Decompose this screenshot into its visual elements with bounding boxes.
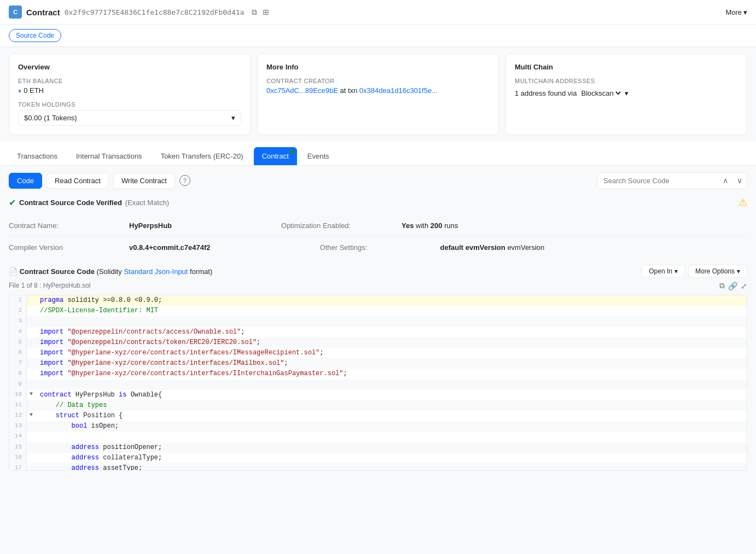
search-next-button[interactable]: ∨	[732, 173, 747, 188]
search-arrows: ∧ ∨	[718, 173, 747, 188]
copy-code-button[interactable]: ⧉	[719, 281, 725, 290]
contract-name-row: Contract Name: HyPerpsHub Optimization E…	[9, 217, 747, 234]
tab-contract[interactable]: Contract	[254, 147, 297, 165]
header-action-icons: ⧉ ⊞	[251, 7, 270, 18]
verified-left: ✔ Contract Source Code Verified (Exact M…	[9, 197, 169, 208]
expand-code-button[interactable]: ⤢	[741, 281, 747, 290]
chevron-down-icon: ▾	[231, 114, 235, 122]
page-title: Contract	[26, 8, 60, 17]
contract-address: 0x2f9c977175E4836C1fe1c88e7c8C2192dFb0d4…	[65, 8, 245, 16]
code-line: 3	[9, 316, 747, 326]
copy-address-button[interactable]: ⧉	[251, 7, 258, 18]
help-icon[interactable]: ?	[179, 175, 190, 186]
code-line: 12 ▼ struct Position {	[9, 411, 747, 421]
contract-name-value: HyPerpsHub	[129, 221, 172, 230]
code-line: 6 import "@hyperlane-xyz/core/contracts/…	[9, 348, 747, 358]
token-holdings-section: TOKEN HOLDINGS $0.00 (1 Tokens) ▾	[18, 101, 241, 126]
eth-balance-label: ETH BALANCE	[18, 78, 241, 84]
verified-check-icon: ✔	[9, 197, 16, 208]
code-line: 14	[9, 431, 747, 442]
chevron-down-icon: ▾	[737, 267, 740, 275]
tab-events[interactable]: Events	[299, 147, 338, 165]
creator-at-text: at txn	[340, 86, 357, 95]
more-button[interactable]: More ▾	[725, 8, 747, 16]
multi-chain-card: Multi Chain MULTICHAIN ADDRESSES 1 addre…	[505, 54, 747, 135]
source-code-header: 📄 Contract Source Code (Solidity Standar…	[9, 265, 747, 278]
link-code-button[interactable]: 🔗	[728, 281, 737, 290]
optimization-label: Optimization Enabled:	[281, 221, 402, 230]
code-line: 16 address collateralType;	[9, 453, 747, 463]
more-info-title: More Info	[266, 63, 490, 71]
compiler-version-row: Compiler Version v0.8.4+commit.c7e474f2 …	[9, 239, 747, 256]
token-holdings-label: TOKEN HOLDINGS	[18, 101, 241, 108]
write-contract-button[interactable]: Write Contract	[113, 173, 175, 189]
source-code-title: 📄 Contract Source Code (Solidity Standar…	[9, 267, 212, 276]
read-contract-button[interactable]: Read Contract	[46, 173, 109, 189]
cards-row: Overview ETH BALANCE ♦ 0 ETH TOKEN HOLDI…	[0, 47, 756, 142]
search-prev-button[interactable]: ∧	[718, 173, 732, 188]
qr-code-button[interactable]: ⊞	[261, 7, 270, 18]
code-line: 11 // Data types	[9, 400, 747, 411]
source-tab-bar: Source Code	[0, 25, 756, 47]
optimization-runs-text: with 200 runs	[416, 221, 458, 230]
tab-transactions[interactable]: Transactions	[9, 147, 66, 165]
file-icon: 📄	[9, 267, 18, 276]
search-source-code-input[interactable]	[598, 173, 718, 188]
contract-name-label: Contract Name:	[9, 221, 129, 230]
overview-card: Overview ETH BALANCE ♦ 0 ETH TOKEN HOLDI…	[9, 54, 251, 135]
overview-title: Overview	[18, 63, 241, 71]
creator-address-link[interactable]: 0xc75AdC...89Ece9bE	[266, 86, 338, 95]
blockscan-row: 1 address found via Blockscan ▾	[515, 89, 738, 98]
source-code-actions: Open In ▾ More Options ▾	[642, 265, 747, 278]
blockscan-select[interactable]: Blockscan	[579, 89, 623, 98]
chevron-down-icon: ▾	[743, 8, 747, 16]
exact-match-text: (Exact Match)	[125, 199, 169, 207]
code-line: 10 ▼ contract HyPerpsHub is Ownable{	[9, 390, 747, 400]
open-in-button[interactable]: Open In ▾	[642, 265, 685, 278]
eth-balance-value: ♦ 0 ETH	[18, 86, 241, 95]
nav-tabs: Transactions Internal Transactions Token…	[0, 142, 756, 166]
other-settings-label: Other Settings:	[320, 243, 440, 252]
contract-info-table: Contract Name: HyPerpsHub Optimization E…	[9, 217, 747, 256]
multi-chain-title: Multi Chain	[515, 63, 738, 71]
blockscan-chevron-icon: ▾	[625, 89, 629, 97]
token-holdings-dropdown[interactable]: $0.00 (1 Tokens) ▾	[18, 110, 241, 126]
multichain-addresses-label: MULTICHAIN ADDRESSES	[515, 78, 738, 84]
code-toolbar: Code Read Contract Write Contract ? ∧ ∨	[9, 172, 747, 189]
more-options-button[interactable]: More Options ▾	[688, 265, 747, 278]
code-section: Code Read Contract Write Contract ? ∧ ∨ …	[0, 166, 756, 477]
contract-icon: C	[9, 5, 22, 19]
warning-icon: ⚠	[738, 196, 747, 208]
code-scroll-area[interactable]: 1 pragma solidity >=0.8.0 <0.9.0; 2 //SP…	[9, 295, 747, 470]
tab-token-transfers[interactable]: Token Transfers (ERC-20)	[153, 147, 252, 165]
chevron-down-icon: ▾	[674, 267, 678, 275]
eth-diamond-icon: ♦	[18, 87, 21, 95]
code-line: 2 //SPDX-License-Identifier: MIT	[9, 306, 747, 316]
creator-label: CONTRACT CREATOR	[266, 78, 490, 84]
optimization-value: Yes with 200 runs	[402, 221, 458, 230]
contract-verified-dot	[290, 150, 294, 154]
more-info-card: More Info CONTRACT CREATOR 0xc75AdC...89…	[257, 54, 499, 135]
addresses-found-text: 1 address found via	[515, 89, 577, 97]
verified-text: Contract Source Code Verified	[19, 199, 122, 207]
tab-internal-transactions[interactable]: Internal Transactions	[68, 147, 150, 165]
search-box: ∧ ∨	[597, 172, 747, 189]
file-info: File 1 of 8 : HyPerpsHub.sol	[9, 282, 90, 289]
code-tab-button[interactable]: Code	[9, 173, 42, 189]
code-line: 7 import "@hyperlane-xyz/core/contracts/…	[9, 358, 747, 369]
code-line: 17 address assetType;	[9, 463, 747, 470]
code-line: 5 import "@openzeppelin/contracts/token/…	[9, 337, 747, 348]
code-editor: 1 pragma solidity >=0.8.0 <0.9.0; 2 //SP…	[9, 295, 747, 471]
standard-json-input-link[interactable]: Standard Json-Input	[124, 267, 188, 276]
code-line: 9	[9, 380, 747, 390]
verified-banner: ✔ Contract Source Code Verified (Exact M…	[9, 196, 747, 208]
compiler-version-value: v0.8.4+commit.c7e474f2	[129, 243, 211, 252]
source-code-tab[interactable]: Source Code	[9, 29, 61, 42]
code-line: 13 bool isOpen;	[9, 421, 747, 431]
code-line: 8 import "@hyperlane-xyz/core/contracts/…	[9, 369, 747, 379]
code-line: 15 address positionOpener;	[9, 442, 747, 453]
creator-txn-link[interactable]: 0x384dea1d16c301f5e...	[359, 86, 438, 95]
compiler-version-label: Compiler Version	[9, 243, 129, 252]
creator-value: 0xc75AdC...89Ece9bE at txn 0x384dea1d16c…	[266, 86, 490, 95]
page-header: C Contract 0x2f9c977175E4836C1fe1c88e7c8…	[0, 0, 756, 25]
